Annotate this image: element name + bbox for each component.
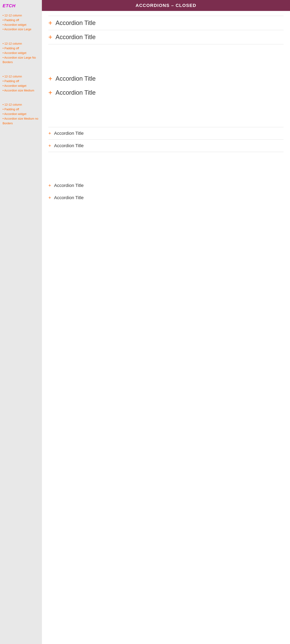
accordion-title-4-2: Accordion Title bbox=[54, 195, 84, 200]
accordion-title-2-1: Accordion Title bbox=[56, 75, 96, 82]
accordion-section-medium-no-borders: + Accordion Title + Accordion Title bbox=[42, 174, 290, 214]
main-content: ACCORDIONS – CLOSED + Accordion Title + … bbox=[42, 0, 290, 644]
spacer-3 bbox=[42, 162, 290, 174]
sidebar-item-padding-1: Padding off bbox=[3, 18, 39, 22]
accordion-section-medium-borders: + Accordion Title + Accordion Title bbox=[42, 122, 290, 162]
sidebar-item-widget-2: Accordion widget bbox=[3, 51, 39, 56]
spacer-1 bbox=[42, 54, 290, 67]
accordion-title-3-1: Accordion Title bbox=[54, 131, 84, 136]
accordion-title-2-2: Accordion Title bbox=[56, 89, 96, 96]
accordion-item-2-1[interactable]: + Accordion Title bbox=[48, 72, 283, 86]
accordion-item-4-1[interactable]: + Accordion Title bbox=[48, 179, 283, 192]
accordion-item-4-2[interactable]: + Accordion Title bbox=[48, 192, 283, 204]
plus-icon-1-2: + bbox=[48, 34, 52, 40]
accordion-title-1-2: Accordion Title bbox=[56, 34, 96, 40]
accordion-item-1-1[interactable]: + Accordion Title bbox=[48, 16, 283, 30]
main-header: ACCORDIONS – CLOSED bbox=[42, 0, 290, 11]
sidebar-item-col-1: 12-12 column bbox=[3, 13, 39, 18]
sidebar-item-col-2: 12-12 column bbox=[3, 42, 39, 46]
accordion-item-1-2[interactable]: + Accordion Title bbox=[48, 30, 283, 44]
sidebar-item-size-1: Accordion size Large bbox=[3, 27, 39, 32]
sidebar-item-size-2: Accordion size Large No Borders bbox=[3, 56, 39, 65]
sidebar-item-padding-2: Padding off bbox=[3, 46, 39, 51]
accordion-item-3-1[interactable]: + Accordion Title bbox=[48, 127, 283, 140]
sidebar-item-size-4: Accordion size Medium no Borders bbox=[3, 116, 39, 126]
plus-icon-1-1: + bbox=[48, 20, 52, 26]
plus-icon-3-2: + bbox=[48, 143, 51, 148]
plus-icon-4-2: + bbox=[48, 195, 51, 200]
plus-icon-3-1: + bbox=[48, 131, 51, 136]
accordion-title-1-1: Accordion Title bbox=[56, 20, 96, 26]
page-wrapper: ETCH 12-12 column Padding off Accordion … bbox=[0, 0, 290, 644]
sidebar-logo: ETCH bbox=[3, 3, 39, 8]
spacer-2 bbox=[42, 109, 290, 122]
sidebar-item-padding-4: Padding off bbox=[3, 107, 39, 112]
sidebar-item-widget-4: Accordion widget bbox=[3, 112, 39, 116]
sidebar-item-padding-3: Padding off bbox=[3, 79, 39, 84]
sidebar-item-widget-1: Accordion widget bbox=[3, 22, 39, 27]
plus-icon-2-2: + bbox=[48, 89, 52, 96]
accordion-title-3-2: Accordion Title bbox=[54, 143, 84, 148]
sidebar-item-size-3: Accordion size Medium bbox=[3, 88, 39, 93]
accordion-title-4-1: Accordion Title bbox=[54, 183, 84, 188]
sidebar-item-col-4: 12-12 column bbox=[3, 102, 39, 107]
sidebar-section-1: 12-12 column Padding off Accordion widge… bbox=[3, 13, 39, 32]
accordion-item-3-2[interactable]: + Accordion Title bbox=[48, 140, 283, 152]
accordion-item-2-2[interactable]: + Accordion Title bbox=[48, 86, 283, 100]
plus-icon-2-1: + bbox=[48, 75, 52, 82]
sidebar-section-3: 12-12 column Padding off Accordion widge… bbox=[3, 74, 39, 93]
accordion-section-large-borders: + Accordion Title + Accordion Title bbox=[42, 11, 290, 54]
sidebar: ETCH 12-12 column Padding off Accordion … bbox=[0, 0, 42, 644]
sidebar-section-2: 12-12 column Padding off Accordion widge… bbox=[3, 42, 39, 64]
sidebar-item-col-3: 12-12 column bbox=[3, 74, 39, 79]
plus-icon-4-1: + bbox=[48, 183, 51, 188]
sidebar-item-widget-3: Accordion widget bbox=[3, 84, 39, 88]
sidebar-section-4: 12-12 column Padding off Accordion widge… bbox=[3, 102, 39, 126]
accordion-section-large-no-borders: + Accordion Title + Accordion Title bbox=[42, 67, 290, 109]
